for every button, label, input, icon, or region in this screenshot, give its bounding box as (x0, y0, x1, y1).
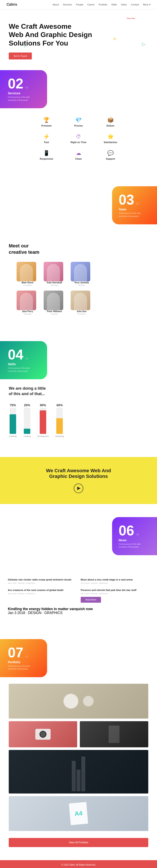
video-section: We Craft Awesome Web And Graphic Design … (0, 457, 157, 504)
member-name: Kate Stonehall (44, 281, 66, 284)
services-section: 02 /06 Services Performances of the dark… (0, 70, 157, 173)
news-item-single: Kindling the energy hidden in matter van… (8, 607, 149, 615)
service-name: Premium (33, 124, 60, 127)
nav-services[interactable]: Services (63, 3, 72, 6)
member-name: Mark Stone (17, 281, 38, 284)
portfolio-badge: 07 /06 Portfolio Performances of the dar… (0, 639, 47, 677)
logo[interactable]: Cáliris (6, 3, 17, 6)
team-member: Jane Perry Marketing (17, 290, 38, 315)
video-headline: We Craft Awesome Web And Graphic Design … (35, 468, 122, 479)
nav-portfolio[interactable]: Portfolio (99, 3, 107, 6)
satisfaction-icon: ⭐ (97, 133, 124, 140)
news-meta: Jan 3 2018 · DESIGN · GRAPHICS (81, 593, 149, 595)
service-name: Right on Time (65, 141, 93, 144)
team-member: Peter Williams Manager (44, 290, 66, 315)
news-item: Are creatures of the vast cosmos of glob… (8, 589, 76, 603)
team-member: Kate Stonehall Developer (44, 262, 66, 286)
member-name: Peter Williams (44, 310, 66, 313)
service-item: 🏆 Premium (33, 117, 60, 127)
premium-icon: 🏆 (33, 117, 60, 123)
skill-bar-cooking: 20% Cooking (24, 403, 31, 437)
news-title: Preserve and cherish that pale blue dot … (81, 589, 149, 592)
services-grid: 🏆 Premium 💎 Precise 📦 Deliver ⚡ Fast ⏱ R… (24, 117, 133, 160)
footer-text: © 2018 Cáliris. All Rights Reserved. (61, 864, 96, 866)
service-name: Fast (33, 141, 60, 144)
bar-fill (9, 414, 16, 434)
service-item: 💬 Support (97, 150, 124, 160)
news-item: Preserve and cherish that pale blue dot … (81, 589, 149, 603)
skill-bar-creativity: 75% Creativity (9, 403, 17, 437)
nav-career[interactable]: Career (87, 3, 95, 6)
services-badge: 02 /06 Services Performances of the dark… (0, 70, 47, 108)
member-role: UI Designer (17, 284, 38, 286)
nav-video[interactable]: Video (121, 3, 127, 6)
squiggle-deco: 〜〜 (127, 16, 135, 22)
play-deco: ▷ (142, 41, 146, 47)
skills-bars: 75% Creativity 20% Cooking 90% (9, 403, 148, 437)
service-name: Clean (65, 157, 93, 160)
member-name: Jane Perry (17, 310, 38, 313)
skills-heading: We are doing a little of this and of tha… (9, 386, 66, 397)
bar-fill (24, 429, 30, 434)
service-name: Precise (65, 124, 93, 127)
team-grid: Mark Stone UI Designer Kate Stonehall De… (9, 262, 157, 315)
portfolio-image-1 (9, 684, 148, 719)
nav-people[interactable]: People (76, 3, 83, 6)
nav-about[interactable]: About (53, 3, 59, 6)
navigation: Cáliris About Services People Career Por… (0, 0, 157, 9)
service-item: ⚡ Fast (33, 133, 60, 144)
precise-icon: 💎 (65, 117, 93, 123)
responsive-icon: 📱 (33, 150, 60, 156)
service-item: ⏱ Right on Time (65, 133, 93, 144)
deliver-icon: 📦 (97, 117, 124, 123)
bar-wrap (24, 408, 30, 434)
member-role: Developer (71, 313, 93, 315)
nav-contact[interactable]: Contact (131, 3, 139, 6)
bar-wrap (40, 408, 46, 434)
news-meta: Jan 3 2018 · DESIGN · GRAPHICS (8, 611, 149, 615)
bar-fill (40, 410, 46, 434)
nav-skills[interactable]: Skills (111, 3, 117, 6)
portfolio-image-5: A4 (9, 796, 148, 831)
avatar (17, 290, 36, 310)
news-section: 06 /06 News Performances of the dark hun… (0, 517, 157, 626)
member-role: Developer (44, 284, 66, 286)
service-name: Satisfaction (97, 141, 124, 144)
play-button[interactable] (74, 484, 83, 493)
member-role: Manager (44, 313, 66, 315)
read-more-button[interactable]: Read More (81, 597, 101, 603)
news-content: Globular star cluster radio scope great … (0, 578, 157, 615)
get-in-touch-button[interactable]: Get In Touch (9, 53, 32, 59)
team-section: 03 /06 Team Performances of the dark hun… (0, 186, 157, 328)
skill-bar-development: 90% Development (37, 403, 49, 437)
view-all-portfolio-button[interactable]: View All Portfolio (9, 838, 148, 847)
team-member: Mark Stone UI Designer (17, 262, 38, 286)
news-meta: Jan 3 2018 · DESIGN · GRAPHICS (8, 582, 76, 584)
news-item: Globular star cluster radio scope great … (8, 578, 76, 584)
avatar (71, 290, 90, 310)
team-member: Terry Jackolla Illustrator (71, 262, 93, 286)
service-item: 💎 Precise (65, 117, 93, 127)
member-role: Marketing (17, 313, 38, 315)
skills-section: 04 /06 Skills Performances of the dark h… (0, 328, 157, 457)
skill-bar-marketing: 60% Marketing (55, 403, 64, 437)
portfolio-grid: A4 View All Portfolio (0, 684, 157, 847)
service-item: 📦 Deliver (97, 117, 124, 127)
member-name: John Doe (71, 310, 93, 313)
portfolio-section: 07 /06 Portfolio Performances of the dar… (0, 626, 157, 860)
circle-deco (63, 693, 78, 709)
news-title: Are creatures of the vast cosmos of glob… (8, 589, 76, 592)
hero-section: We Craft Awesome Web And Graphic Design … (0, 9, 157, 70)
service-name: Deliver (97, 124, 124, 127)
bar-wrap (56, 408, 63, 434)
news-item: Muse about a very small stage in a vast … (81, 578, 149, 584)
portfolio-image-3 (80, 721, 148, 747)
bar-fill (56, 418, 63, 434)
bar-label: Creativity (9, 435, 17, 437)
service-name: Support (97, 157, 124, 160)
bar-label: Cooking (24, 435, 31, 437)
service-name: Responsive (33, 157, 60, 160)
nav-more[interactable]: More ▾ (143, 3, 151, 6)
portfolio-row-2 (9, 721, 148, 747)
service-item: ☁ Clean (65, 150, 93, 160)
